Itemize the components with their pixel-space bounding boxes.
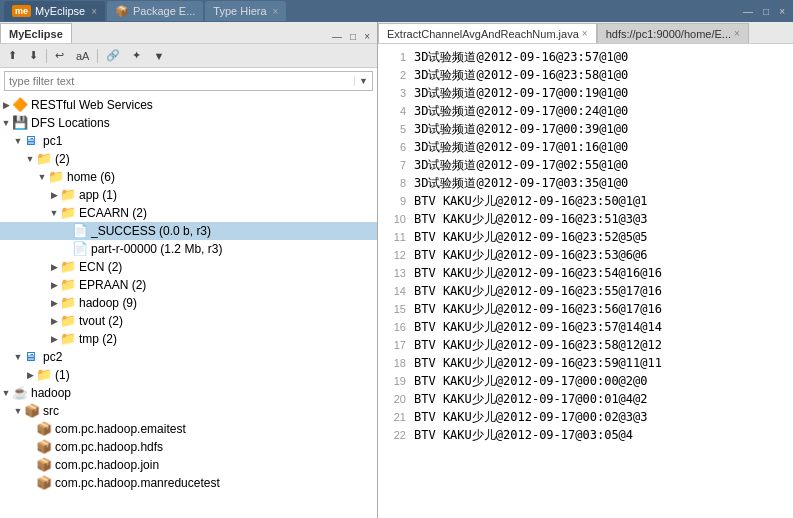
toolbar-settings-button[interactable]: ✦ — [128, 47, 145, 64]
tree-item-icon-hadoop-proj: ☕ — [12, 386, 28, 400]
tab-hdfs-path-close[interactable]: × — [734, 28, 740, 39]
maximize-button[interactable]: □ — [759, 6, 773, 17]
tree-item-home[interactable]: ▼📁home (6) — [0, 168, 377, 186]
tree-item-part-r[interactable]: 📄part-r-00000 (1.2 Mb, r3) — [0, 240, 377, 258]
tree-item-epraan[interactable]: ▶📁EPRAAN (2) — [0, 276, 377, 294]
window-controls: — □ × — [739, 6, 789, 17]
line-content: 3D试验频道@2012-09-17@02:55@1@0 — [414, 157, 628, 174]
right-panel: ExtractChannelAvgAndReachNum.java × hdfs… — [378, 22, 793, 518]
tree-expand-icon[interactable]: ▶ — [24, 370, 36, 380]
tab-package-explorer[interactable]: 📦 Package E... — [107, 1, 203, 21]
code-line: 17BTV KAKU少儿@2012-09-16@23:58@12@12 — [378, 336, 793, 354]
tab-myeclipse-close[interactable]: × — [91, 6, 97, 17]
main-layout: MyEclipse — □ × ⬆ ⬇ ↩ aA 🔗 ✦ ▼ ▼ ▶🔶RESTf… — [0, 22, 793, 518]
tree-item-pc2[interactable]: ▼🖥pc2 — [0, 348, 377, 366]
tree-item-label-ecaarn: ECAARN (2) — [79, 206, 147, 220]
tree-item-pkg3[interactable]: 📦com.pc.hadoop.join — [0, 456, 377, 474]
code-line: 11BTV KAKU少儿@2012-09-16@23:52@5@5 — [378, 228, 793, 246]
tree-expand-icon[interactable]: ▼ — [24, 154, 36, 164]
tab-extract-java-close[interactable]: × — [582, 28, 588, 39]
tree-expand-icon[interactable]: ▶ — [48, 334, 60, 344]
tree-item-label-tvout: tvout (2) — [79, 314, 123, 328]
code-line: 23D试验频道@2012-09-16@23:58@1@0 — [378, 66, 793, 84]
tree-expand-icon[interactable]: ▶ — [48, 190, 60, 200]
tree-expand-icon[interactable]: ▼ — [12, 352, 24, 362]
tree-item-label-tmp: tmp (2) — [79, 332, 117, 346]
tree-item-label-pc1-root: (2) — [55, 152, 70, 166]
code-area: 13D试验频道@2012-09-16@23:57@1@023D试验频道@2012… — [378, 44, 793, 518]
tab-type-hierarchy-close[interactable]: × — [273, 6, 279, 17]
toolbar-forward-button[interactable]: ⬇ — [25, 47, 42, 64]
tree-item-pc1[interactable]: ▼🖥pc1 — [0, 132, 377, 150]
tree-expand-icon[interactable]: ▶ — [48, 316, 60, 326]
tab-myeclipse[interactable]: me MyEclipse × — [4, 1, 105, 21]
tab-type-hierarchy[interactable]: Type Hiera × — [205, 1, 286, 21]
line-content: BTV KAKU少儿@2012-09-17@03:05@4 — [414, 427, 633, 444]
toolbar-back-button[interactable]: ⬆ — [4, 47, 21, 64]
toolbar-return-button[interactable]: ↩ — [51, 47, 68, 64]
tree-expand-icon[interactable]: ▶ — [48, 280, 60, 290]
close-button[interactable]: × — [775, 6, 789, 17]
left-tab-myeclipse[interactable]: MyEclipse — [0, 23, 72, 43]
code-line: 19BTV KAKU少儿@2012-09-17@00:00@2@0 — [378, 372, 793, 390]
tree-item-icon-dfs: 💾 — [12, 116, 28, 130]
tree-item-hadoop-dir[interactable]: ▶📁hadoop (9) — [0, 294, 377, 312]
toolbar-link-button[interactable]: 🔗 — [102, 47, 124, 64]
toolbar-separator-1 — [46, 49, 47, 63]
tab-hdfs-path[interactable]: hdfs://pc1:9000/home/E... × — [597, 23, 749, 43]
tree-item-pkg1[interactable]: 📦com.pc.hadoop.emaitest — [0, 420, 377, 438]
line-number: 1 — [382, 51, 406, 63]
tree-item-tmp[interactable]: ▶📁tmp (2) — [0, 330, 377, 348]
tree-item-pkg4[interactable]: 📦com.pc.hadoop.manreducetest — [0, 474, 377, 492]
tree-item-success[interactable]: 📄_SUCCESS (0.0 b, r3) — [0, 222, 377, 240]
tree-item-label-hadoop-dir: hadoop (9) — [79, 296, 137, 310]
code-line: 13D试验频道@2012-09-16@23:57@1@0 — [378, 48, 793, 66]
tree-expand-icon[interactable]: ▼ — [12, 406, 24, 416]
line-number: 21 — [382, 411, 406, 423]
tree-item-label-hadoop-proj: hadoop — [31, 386, 71, 400]
search-dropdown-icon[interactable]: ▼ — [354, 76, 372, 86]
tree-item-ecaarn[interactable]: ▼📁ECAARN (2) — [0, 204, 377, 222]
maximize-panel-button[interactable]: □ — [347, 30, 359, 43]
tree-item-dfs[interactable]: ▼💾DFS Locations — [0, 114, 377, 132]
line-content: 3D试验频道@2012-09-16@23:57@1@0 — [414, 49, 628, 66]
tree-item-label-home: home (6) — [67, 170, 115, 184]
close-panel-button[interactable]: × — [361, 30, 373, 43]
line-content: 3D试验频道@2012-09-17@00:24@1@0 — [414, 103, 628, 120]
tree-expand-icon[interactable]: ▼ — [0, 118, 12, 128]
tab-extract-java[interactable]: ExtractChannelAvgAndReachNum.java × — [378, 23, 597, 43]
code-line: 15BTV KAKU少儿@2012-09-16@23:56@17@16 — [378, 300, 793, 318]
tree-item-icon-pc2: 🖥 — [24, 350, 40, 364]
tree-expand-icon[interactable]: ▼ — [0, 388, 12, 398]
tree-item-label-pc1: pc1 — [43, 134, 62, 148]
tree-item-pkg2[interactable]: 📦com.pc.hadoop.hdfs — [0, 438, 377, 456]
tree-item-restful[interactable]: ▶🔶RESTful Web Services — [0, 96, 377, 114]
tree-expand-icon[interactable]: ▼ — [36, 172, 48, 182]
line-content: BTV KAKU少儿@2012-09-17@00:01@4@2 — [414, 391, 648, 408]
tree-item-icon-app: 📁 — [60, 188, 76, 202]
tree-item-label-success: _SUCCESS (0.0 b, r3) — [91, 224, 211, 238]
tree-expand-icon[interactable]: ▶ — [48, 298, 60, 308]
line-content: BTV KAKU少儿@2012-09-16@23:54@16@16 — [414, 265, 662, 282]
minimize-button[interactable]: — — [739, 6, 757, 17]
tree-item-pc2-root[interactable]: ▶📁(1) — [0, 366, 377, 384]
tree-item-hadoop-proj[interactable]: ▼☕hadoop — [0, 384, 377, 402]
search-input[interactable] — [5, 75, 354, 87]
tree-item-label-ecn: ECN (2) — [79, 260, 122, 274]
toolbar-case-button[interactable]: aA — [72, 48, 93, 64]
tree-expand-icon[interactable]: ▼ — [12, 136, 24, 146]
tree-item-tvout[interactable]: ▶📁tvout (2) — [0, 312, 377, 330]
search-box: ▼ — [4, 71, 373, 91]
tree-item-app[interactable]: ▶📁app (1) — [0, 186, 377, 204]
tree-item-ecn[interactable]: ▶📁ECN (2) — [0, 258, 377, 276]
tree-expand-icon[interactable]: ▶ — [0, 100, 12, 110]
tree-expand-icon[interactable]: ▶ — [48, 262, 60, 272]
minimize-panel-button[interactable]: — — [329, 30, 345, 43]
left-toolbar: ⬆ ⬇ ↩ aA 🔗 ✦ ▼ — [0, 44, 377, 68]
tree-item-pc1-root[interactable]: ▼📁(2) — [0, 150, 377, 168]
toolbar-dropdown-button[interactable]: ▼ — [149, 48, 168, 64]
tree-item-label-part-r: part-r-00000 (1.2 Mb, r3) — [91, 242, 222, 256]
tree-item-src[interactable]: ▼📦src — [0, 402, 377, 420]
toolbar-separator-2 — [97, 49, 98, 63]
tree-expand-icon[interactable]: ▼ — [48, 208, 60, 218]
